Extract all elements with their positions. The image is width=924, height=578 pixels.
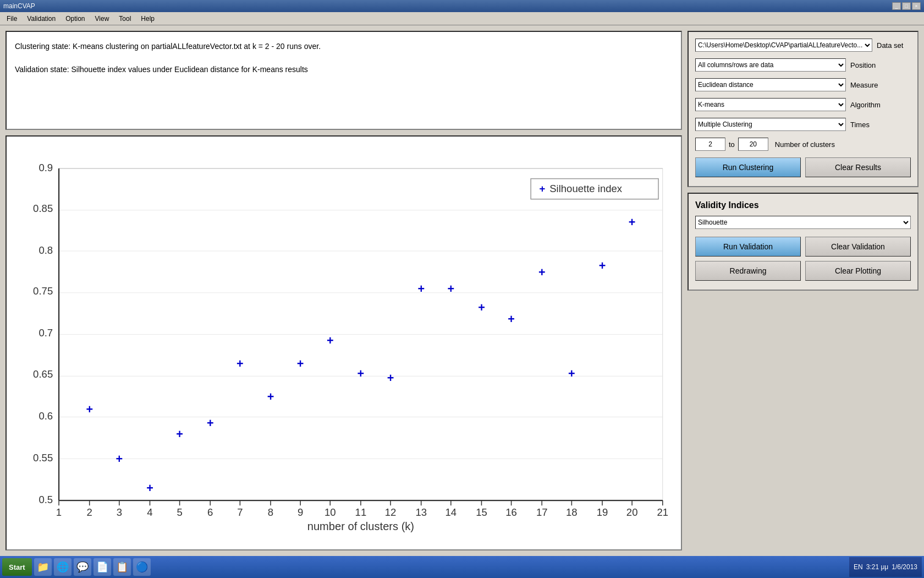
svg-text:10: 10 — [324, 506, 336, 518]
svg-text:+: + — [508, 312, 515, 326]
svg-text:+: + — [478, 301, 485, 314]
svg-text:0.75: 0.75 — [33, 285, 53, 297]
plotting-btn-row: Redrawing Clear Plotting — [695, 261, 911, 281]
menu-validation[interactable]: Validation — [23, 14, 60, 24]
svg-text:+: + — [297, 357, 304, 370]
clustering-state: Clustering state: K-means clustering on … — [15, 40, 673, 52]
status-box: Clustering state: K-means clustering on … — [6, 31, 682, 130]
svg-text:2: 2 — [87, 506, 92, 518]
position-row: All columns/rows are data columns rows d… — [695, 58, 911, 72]
tray-time: 3:21 μμ — [866, 563, 889, 571]
taskbar-browser-icon[interactable]: 🌐 — [54, 558, 72, 576]
number-of-clusters-label: Number of clusters — [775, 140, 835, 149]
times-row: Multiple Clustering Single Clustering Ti… — [695, 118, 911, 131]
svg-text:3: 3 — [117, 506, 122, 518]
clusters-to-input[interactable] — [738, 138, 768, 151]
svg-text:9: 9 — [298, 506, 303, 518]
svg-text:+: + — [417, 282, 425, 296]
svg-text:12: 12 — [385, 506, 397, 518]
svg-text:+: + — [86, 402, 93, 416]
clear-validation-button[interactable]: Clear Validation — [805, 237, 911, 257]
svg-text:0.85: 0.85 — [33, 203, 53, 214]
svg-text:0.55: 0.55 — [33, 452, 53, 464]
taskbar-app-icon[interactable]: 🔵 — [133, 558, 151, 576]
svg-text:17: 17 — [536, 506, 548, 518]
left-panel: Clustering state: K-means clustering on … — [6, 31, 682, 550]
svg-text:11: 11 — [355, 506, 367, 518]
maximize-button[interactable]: □ — [902, 2, 911, 10]
menu-view[interactable]: View — [91, 14, 114, 24]
validation-btn-row: Run Validation Clear Validation — [695, 237, 911, 257]
svg-text:21: 21 — [657, 506, 668, 518]
svg-text:0.9: 0.9 — [38, 162, 53, 173]
menu-bar: File Validation Option View Tool Help — [0, 12, 924, 25]
times-label: Times — [850, 121, 911, 129]
svg-text:+: + — [267, 390, 274, 403]
clusters-from-input[interactable] — [695, 138, 725, 151]
svg-text:18: 18 — [566, 506, 578, 518]
svg-text:+: + — [207, 416, 214, 430]
svg-text:+: + — [146, 481, 153, 495]
svg-text:20: 20 — [626, 506, 638, 518]
title-bar: mainCVAP _ □ × — [0, 0, 924, 12]
main-content: Clustering state: K-means clustering on … — [0, 25, 924, 556]
svg-text:+: + — [538, 265, 546, 279]
taskbar-folder-icon[interactable]: 📁 — [34, 558, 52, 576]
tray-lang: EN — [854, 563, 863, 571]
svg-text:+: + — [447, 282, 454, 296]
menu-tool[interactable]: Tool — [114, 14, 135, 24]
validity-title: Validity Indices — [695, 200, 911, 210]
menu-file[interactable]: File — [2, 14, 21, 24]
run-clustering-button[interactable]: Run Clustering — [695, 157, 801, 177]
svg-text:0.6: 0.6 — [38, 410, 53, 422]
svg-text:+: + — [176, 427, 183, 441]
algorithm-label: Algorithm — [850, 101, 911, 109]
close-button[interactable]: × — [912, 2, 921, 10]
svg-text:+: + — [358, 367, 365, 380]
right-panel: C:\Users\Home\Desktop\CVAP\partialALLfea… — [688, 31, 919, 550]
svg-text:+: + — [629, 215, 636, 229]
minimize-button[interactable]: _ — [892, 2, 901, 10]
measure-select[interactable]: Euclidean distance Manhattan distance Co… — [695, 78, 846, 91]
svg-text:0.8: 0.8 — [38, 244, 53, 256]
svg-text:Silhouette index: Silhouette index — [549, 183, 623, 194]
svg-text:1: 1 — [56, 506, 62, 518]
validity-index-select[interactable]: Silhouette Davies-Bouldin Calinski-Harab… — [695, 216, 911, 229]
redrawing-button[interactable]: Redrawing — [695, 261, 801, 281]
tray-date: 1/6/2013 — [892, 563, 917, 571]
svg-text:+: + — [387, 371, 394, 385]
algorithm-select[interactable]: K-means Hierarchical DBSCAN — [695, 98, 846, 111]
measure-label: Measure — [850, 81, 911, 89]
config-panel: C:\Users\Home\Desktop\CVAP\partialALLfea… — [688, 31, 919, 187]
taskbar-doc-icon[interactable]: 📋 — [113, 558, 131, 576]
clear-plotting-button[interactable]: Clear Plotting — [805, 261, 911, 281]
clear-results-button[interactable]: Clear Results — [805, 157, 911, 177]
chart-svg: 0.5 0.55 0.6 0.65 0.7 0.75 0.8 0.85 0.9 … — [12, 142, 675, 544]
svg-text:+: + — [540, 183, 546, 194]
dataset-label: Data set — [877, 41, 911, 50]
taskbar-word-icon[interactable]: 📄 — [94, 558, 111, 576]
svg-text:6: 6 — [207, 506, 213, 518]
menu-option[interactable]: Option — [61, 14, 89, 24]
menu-help[interactable]: Help — [136, 14, 159, 24]
svg-text:19: 19 — [597, 506, 608, 518]
algorithm-row: K-means Hierarchical DBSCAN Algorithm — [695, 98, 911, 111]
svg-text:5: 5 — [177, 506, 182, 518]
validity-panel: Validity Indices Silhouette Davies-Bould… — [688, 193, 919, 291]
svg-text:number of clusters (k): number of clusters (k) — [307, 520, 414, 532]
validation-state: Validation state: Silhouette index value… — [15, 63, 673, 75]
to-label: to — [729, 140, 735, 149]
svg-text:0.5: 0.5 — [38, 494, 53, 505]
dataset-select[interactable]: C:\Users\Home\Desktop\CVAP\partialALLfea… — [695, 39, 872, 52]
clusters-row: to Number of clusters — [695, 138, 911, 151]
svg-text:0.7: 0.7 — [38, 327, 53, 339]
svg-text:15: 15 — [476, 506, 487, 518]
start-label: Start — [9, 563, 25, 571]
window-controls[interactable]: _ □ × — [892, 2, 921, 10]
svg-text:14: 14 — [445, 506, 457, 518]
position-select[interactable]: All columns/rows are data columns rows d… — [695, 58, 846, 72]
times-select[interactable]: Multiple Clustering Single Clustering — [695, 118, 846, 131]
run-validation-button[interactable]: Run Validation — [695, 237, 801, 257]
start-button[interactable]: Start — [2, 558, 32, 576]
taskbar-chat-icon[interactable]: 💬 — [74, 558, 91, 576]
